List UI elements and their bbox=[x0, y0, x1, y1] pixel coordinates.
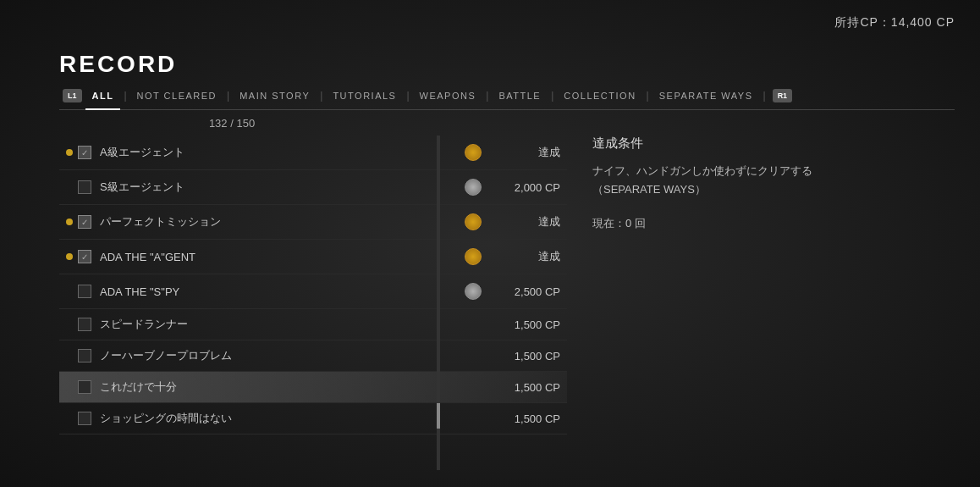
page-title: RECORD bbox=[59, 51, 177, 78]
cp-display: 所持CP：14,400 CP bbox=[834, 15, 955, 30]
item-name: S級エージェント bbox=[100, 180, 464, 195]
tab-tutorials[interactable]: TUTORIALS bbox=[326, 87, 403, 104]
achievement-item[interactable]: ノーハーブノープロブレム1,500 CP bbox=[59, 340, 567, 372]
item-checkbox[interactable]: ✓ bbox=[78, 215, 91, 229]
nav-sep-3: | bbox=[317, 90, 326, 102]
nav-sep-2: | bbox=[223, 90, 233, 102]
achievement-counter: 132 / 150 bbox=[59, 117, 405, 130]
nav-sep-5: | bbox=[482, 90, 492, 102]
achievement-item[interactable]: ✓パーフェクトミッション達成 bbox=[59, 205, 567, 240]
gold-dot-icon bbox=[66, 219, 73, 225]
tab-all[interactable]: ALL bbox=[85, 87, 121, 104]
tab-main-story[interactable]: MAIN STORY bbox=[233, 87, 317, 104]
achievement-list: ✓A級エージェント達成S級エージェント2,000 CP✓パーフェクトミッション達… bbox=[59, 136, 567, 470]
achievement-item[interactable]: S級エージェント2,000 CP bbox=[59, 170, 567, 205]
item-checkbox[interactable] bbox=[78, 380, 91, 394]
rb-button[interactable]: R1 bbox=[773, 89, 793, 102]
achievement-item[interactable]: ショッピングの時間はない1,500 CP bbox=[59, 403, 567, 434]
item-name: ADA THE "S"PY bbox=[100, 285, 464, 298]
item-checkbox[interactable] bbox=[78, 180, 91, 194]
item-status: 2,000 CP bbox=[493, 181, 560, 194]
tab-weapons[interactable]: WEAPONS bbox=[413, 87, 483, 104]
item-status: 1,500 CP bbox=[493, 412, 560, 425]
item-name: スピードランナー bbox=[100, 317, 464, 332]
item-status: 達成 bbox=[493, 145, 560, 160]
nav-tabs: L1 ALL | NOT CLEARED | MAIN STORY | TUTO… bbox=[59, 87, 955, 110]
detail-panel: 達成条件 ナイフ、ハンドガンしか使わずにクリアする（SEPARATE WAYS）… bbox=[592, 136, 955, 470]
gold-dot-icon bbox=[66, 149, 73, 156]
nav-sep-8: | bbox=[760, 90, 769, 102]
silver-medal-icon bbox=[464, 282, 482, 301]
detail-title: 達成条件 bbox=[592, 136, 955, 152]
achievement-item[interactable]: スピードランナー1,500 CP bbox=[59, 309, 567, 340]
achievement-item[interactable]: ✓A級エージェント達成 bbox=[59, 136, 567, 170]
item-checkbox[interactable]: ✓ bbox=[78, 146, 91, 159]
detail-description: ナイフ、ハンドガンしか使わずにクリアする（SEPARATE WAYS） bbox=[592, 162, 955, 199]
tab-collection[interactable]: COLLECTION bbox=[557, 87, 642, 104]
achievement-item[interactable]: ✓ADA THE "A"GENT達成 bbox=[59, 240, 567, 274]
nav-sep-7: | bbox=[643, 90, 652, 102]
scroll-thumb bbox=[437, 403, 440, 429]
silver-medal-icon bbox=[464, 178, 482, 196]
gold-dot-icon bbox=[66, 253, 73, 260]
achievement-item[interactable]: ADA THE "S"PY2,500 CP bbox=[59, 274, 567, 309]
gold-dot-icon bbox=[66, 415, 73, 422]
item-name: ノーハーブノープロブレム bbox=[100, 348, 464, 363]
nav-sep-1: | bbox=[120, 90, 129, 102]
item-status: 1,500 CP bbox=[493, 350, 560, 362]
item-checkbox[interactable] bbox=[78, 412, 91, 425]
item-status: 1,500 CP bbox=[493, 318, 560, 331]
tab-separate-ways[interactable]: SEPARATE WAYS bbox=[652, 87, 760, 104]
nav-sep-4: | bbox=[403, 90, 412, 102]
gold-medal-icon bbox=[464, 143, 482, 162]
item-status: 1,500 CP bbox=[493, 381, 560, 394]
achievement-item[interactable]: これだけで十分1,500 CP bbox=[59, 372, 567, 403]
item-status: 達成 bbox=[493, 214, 560, 230]
gold-dot-icon bbox=[66, 288, 73, 295]
detail-current: 現在：0 回 bbox=[592, 216, 955, 231]
scrollbar[interactable] bbox=[437, 136, 440, 470]
gold-dot-icon bbox=[66, 184, 73, 191]
item-checkbox[interactable] bbox=[78, 349, 91, 362]
nav-sep-6: | bbox=[548, 90, 557, 102]
item-name: ショッピングの時間はない bbox=[100, 411, 464, 426]
lb-button[interactable]: L1 bbox=[63, 89, 82, 102]
item-checkbox[interactable] bbox=[78, 318, 91, 331]
item-checkbox[interactable]: ✓ bbox=[78, 250, 91, 263]
item-status: 達成 bbox=[493, 249, 560, 264]
item-status: 2,500 CP bbox=[493, 285, 560, 298]
item-name: A級エージェント bbox=[100, 145, 464, 160]
gold-dot-icon bbox=[66, 321, 73, 328]
item-name: ADA THE "A"GENT bbox=[100, 251, 464, 263]
gold-medal-icon bbox=[464, 213, 482, 231]
item-name: パーフェクトミッション bbox=[100, 214, 464, 230]
item-checkbox[interactable] bbox=[78, 285, 91, 298]
gold-dot-icon bbox=[66, 352, 73, 359]
gold-dot-icon bbox=[66, 384, 73, 390]
tab-battle[interactable]: BATTLE bbox=[492, 87, 548, 104]
gold-medal-icon bbox=[464, 247, 482, 266]
tab-not-cleared[interactable]: NOT CLEARED bbox=[130, 87, 224, 104]
item-name: これだけで十分 bbox=[100, 379, 464, 395]
